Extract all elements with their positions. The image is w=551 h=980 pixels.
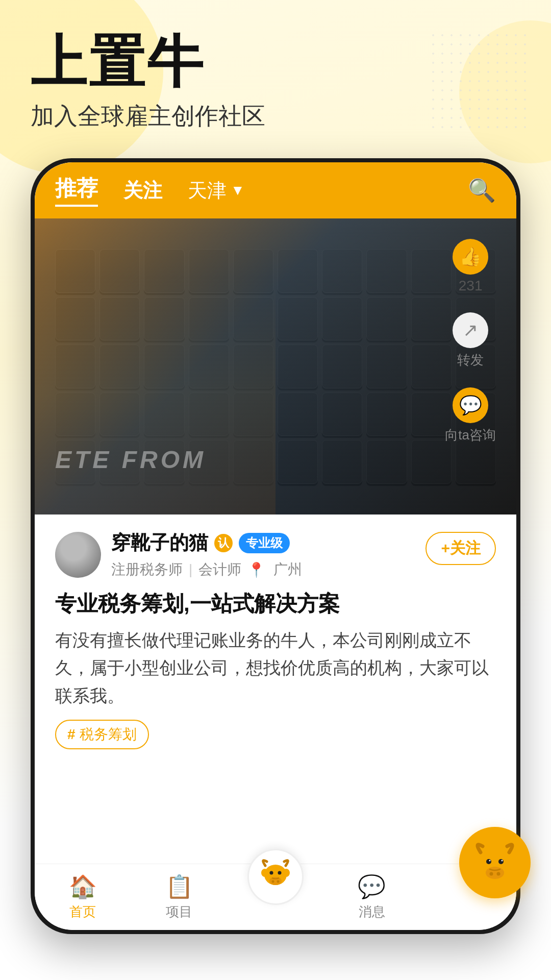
message-icon: 💬 (358, 873, 386, 900)
svg-point-1 (261, 869, 268, 877)
svg-point-16 (489, 860, 491, 862)
svg-point-11 (486, 867, 504, 879)
project-label: 项目 (166, 903, 192, 921)
consult-icon: 💬 (453, 387, 488, 423)
image-text: ETE FROM (55, 446, 206, 474)
action-sidebar: 👍 231 ↗ 转发 💬 向ta咨询 (445, 239, 496, 444)
post-title: 专业税务筹划,一站式解决方案 (55, 590, 496, 618)
nav-location[interactable]: 天津 ▼ (188, 178, 245, 204)
svg-point-4 (271, 880, 274, 883)
bottom-nav: 🏠 首页 📋 项目 (35, 864, 516, 930)
nav-item-message[interactable]: 💬 消息 (323, 873, 420, 921)
svg-point-6 (269, 871, 273, 874)
chevron-down-icon: ▼ (231, 182, 245, 199)
hero-section: 上置牛 加入全球雇主创作社区 (31, 31, 265, 132)
post-tags: # 税务筹划 (35, 709, 516, 749)
avatar-image (55, 532, 101, 578)
svg-point-15 (498, 859, 504, 864)
svg-point-5 (277, 880, 279, 883)
post-text-area: 专业税务筹划,一站式解决方案 有没有擅长做代理记账业务的牛人，本公司刚刚成立不久… (35, 579, 516, 709)
verified-icon: 认 (214, 534, 233, 552)
bull-center-button[interactable] (247, 849, 304, 905)
tab-recommend[interactable]: 推荐 (55, 174, 98, 207)
hero-subtitle: 加入全球雇主创作社区 (31, 101, 265, 132)
bull-mascot-fab[interactable] (459, 827, 531, 898)
like-action[interactable]: 👍 231 (453, 239, 488, 294)
search-icon[interactable]: 🔍 (468, 177, 496, 204)
separator: | (189, 561, 192, 578)
nav-item-home[interactable]: 🏠 首页 (35, 873, 131, 921)
svg-point-10 (505, 856, 515, 869)
svg-point-3 (269, 877, 282, 885)
post-author-section: 穿靴子的猫 认 专业级 注册税务师 | 会计师 📍 广州 +关注 (35, 514, 516, 579)
location-icon: 📍 (247, 561, 265, 578)
svg-point-17 (502, 860, 503, 862)
follow-button[interactable]: +关注 (425, 532, 496, 565)
phone-mockup: 推荐 关注 天津 ▼ 🔍 (31, 158, 520, 934)
app-content: ETE FROM 穿靴子的猫 认 专业级 注册税务师 | 会计师 (35, 218, 516, 749)
tag-label: 税务筹划 (80, 725, 137, 744)
svg-point-12 (490, 872, 493, 876)
user-name: 穿靴子的猫 (111, 530, 208, 556)
svg-point-14 (486, 859, 491, 864)
share-label: 转发 (457, 351, 484, 369)
svg-point-2 (283, 869, 290, 877)
hero-title: 上置牛 (31, 31, 265, 92)
home-label: 首页 (69, 903, 96, 921)
like-count: 231 (459, 278, 483, 294)
share-icon: ↗ (453, 312, 488, 348)
user-name-row: 穿靴子的猫 认 专业级 (111, 530, 425, 556)
dots-decoration (429, 31, 531, 133)
desc2: 会计师 (198, 560, 241, 579)
svg-point-7 (278, 871, 281, 874)
home-icon: 🏠 (69, 873, 97, 900)
level-badge: 专业级 (239, 533, 290, 553)
user-meta: 穿靴子的猫 认 专业级 注册税务师 | 会计师 📍 广州 (111, 530, 425, 579)
tab-follow[interactable]: 关注 (123, 178, 162, 204)
nav-item-project[interactable]: 📋 项目 (131, 873, 228, 921)
share-action[interactable]: ↗ 转发 (453, 312, 488, 369)
svg-point-9 (474, 856, 485, 869)
consult-label: 向ta咨询 (445, 426, 496, 444)
location: 广州 (273, 560, 302, 579)
message-label: 消息 (359, 903, 385, 921)
project-icon: 📋 (165, 873, 193, 900)
app-header: 推荐 关注 天津 ▼ 🔍 (35, 162, 516, 218)
tag-hash: # (67, 726, 76, 743)
post-body: 有没有擅长做代理记账业务的牛人，本公司刚刚成立不久，属于小型创业公司，想找价优质… (55, 626, 496, 709)
bull-center-icon (258, 855, 293, 898)
desc1: 注册税务师 (111, 560, 183, 579)
phone-inner: 推荐 关注 天津 ▼ 🔍 (35, 162, 516, 930)
post-image: ETE FROM (35, 218, 516, 514)
like-icon: 👍 (453, 239, 488, 275)
consult-action[interactable]: 💬 向ta咨询 (445, 387, 496, 444)
svg-point-13 (497, 872, 500, 876)
user-desc: 注册税务师 | 会计师 📍 广州 (111, 560, 425, 579)
avatar (55, 532, 101, 578)
tag-item[interactable]: # 税务筹划 (55, 720, 149, 749)
nav-center (228, 869, 324, 925)
